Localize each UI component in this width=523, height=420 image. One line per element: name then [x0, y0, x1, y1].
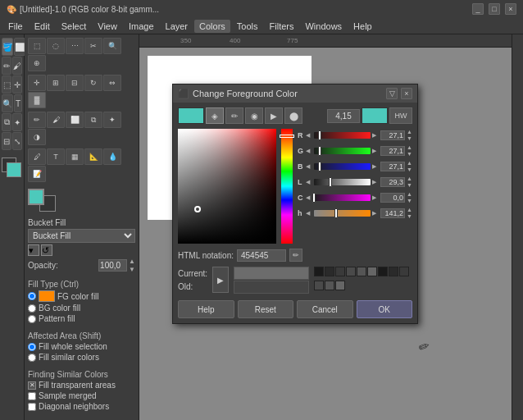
picker-play-icon[interactable]: ▶ — [265, 107, 283, 124]
ch-r-down[interactable]: ▼ — [407, 135, 412, 142]
toolbox-icon-eyedrop[interactable]: 💧 — [103, 148, 121, 165]
ch-r-slider[interactable] — [314, 132, 371, 139]
menu-file[interactable]: File — [3, 20, 28, 33]
ch-h-value[interactable] — [380, 208, 405, 218]
ch-l-arrow-left[interactable]: ◀ — [306, 179, 312, 185]
toolbox-icon-dodge[interactable]: ◑ — [28, 129, 46, 145]
reset-button[interactable]: Reset — [238, 300, 294, 318]
csq-8[interactable] — [389, 267, 398, 276]
help-button[interactable]: Help — [178, 300, 234, 318]
csq-9[interactable] — [399, 267, 409, 276]
ch-g-slider[interactable] — [314, 148, 371, 154]
ch-b-arrow-left[interactable]: ◀ — [306, 163, 312, 170]
ch-b-up[interactable]: ▲ — [407, 160, 412, 167]
menu-help[interactable]: Help — [348, 20, 377, 33]
menu-filters[interactable]: Filters — [265, 20, 299, 33]
ok-button[interactable]: OK — [357, 300, 413, 318]
ch-l-slider[interactable] — [314, 179, 371, 185]
menu-select[interactable]: Select — [57, 20, 92, 33]
ch-l-down[interactable]: ▼ — [407, 182, 412, 189]
toolbox-icon-bucket[interactable]: ▓ — [28, 92, 46, 108]
bucket-select[interactable]: Bucket Fill — [28, 229, 135, 243]
menu-tools[interactable]: Tools — [232, 20, 263, 33]
tool-transform[interactable]: ⤡ — [12, 132, 22, 150]
picker-dot-icon[interactable]: ⬤ — [284, 107, 302, 124]
toolbox-icon-brush[interactable]: 🖌 — [47, 112, 65, 128]
tool-move[interactable]: ✛ — [12, 75, 22, 94]
ch-g-down[interactable]: ▼ — [407, 151, 412, 158]
tool-heal[interactable]: ✦ — [12, 113, 22, 131]
tool-select[interactable]: ⬚ — [2, 75, 11, 94]
toolbox-icon-scissors[interactable]: ✂ — [84, 38, 102, 54]
ch-r-up[interactable]: ▲ — [407, 129, 412, 135]
ch-h-down[interactable]: ▼ — [407, 213, 412, 220]
menu-edit[interactable]: Edit — [30, 20, 55, 33]
ch-r-value[interactable] — [380, 130, 405, 140]
toolbox-icon-crop[interactable]: ⊟ — [66, 75, 84, 91]
ch-r-arrow-right[interactable]: ▶ — [372, 132, 379, 139]
fg-color-swatch[interactable] — [7, 162, 21, 177]
minimize-button[interactable]: _ — [472, 3, 484, 15]
fill-fg-radio[interactable] — [28, 292, 36, 300]
toolbox-icon-heal[interactable]: ✦ — [103, 112, 121, 128]
csq-1[interactable] — [314, 267, 324, 276]
tool-brush[interactable]: 🖌 — [12, 57, 22, 75]
csq-4[interactable] — [346, 267, 356, 276]
ch-b-value[interactable] — [380, 162, 405, 171]
csq-3[interactable] — [335, 267, 345, 276]
color-gradient[interactable] — [178, 129, 276, 244]
csq-10[interactable] — [314, 281, 324, 290]
bucket-option-btn2[interactable]: ↺ — [41, 244, 52, 256]
toolbox-icon-move[interactable]: ✛ — [28, 75, 46, 91]
ch-c-arrow-right[interactable]: ▶ — [372, 194, 379, 201]
menu-view[interactable]: View — [93, 20, 122, 33]
menu-image[interactable]: Image — [124, 20, 159, 33]
ch-l-arrow-right[interactable]: ▶ — [372, 179, 379, 185]
tool-bucket[interactable]: 🪣 — [2, 38, 13, 56]
diagonal-neighbors-check[interactable] — [28, 403, 36, 411]
dialog-minimize[interactable]: ▽ — [386, 88, 398, 99]
html-edit-button[interactable]: ✏ — [289, 249, 302, 262]
toolbox-icon-path[interactable]: 🖊 — [28, 148, 46, 165]
ch-g-arrow-left[interactable]: ◀ — [306, 148, 312, 154]
html-notation-input[interactable] — [237, 249, 286, 262]
toolbox-icon-measure[interactable]: 📐 — [84, 148, 102, 165]
toolbox-icon-gradient[interactable]: ▦ — [66, 148, 84, 165]
toolbox-icon-eraser[interactable]: ⬜ — [66, 112, 84, 128]
fg-color-box[interactable] — [28, 189, 44, 205]
toolbox-icon-text[interactable]: T — [47, 148, 65, 165]
sample-merged-check[interactable] — [28, 392, 36, 400]
toolbox-icon-fuzzy[interactable]: ⋯ — [66, 38, 84, 54]
csq-2[interactable] — [325, 267, 334, 276]
ch-b-arrow-right[interactable]: ▶ — [372, 163, 379, 170]
toolbox-icon-magnify[interactable]: 🔍 — [103, 38, 121, 54]
csq-6[interactable] — [367, 267, 377, 276]
tool-text[interactable]: T — [14, 94, 22, 112]
menu-layer[interactable]: Layer — [161, 20, 193, 33]
ch-g-value[interactable] — [380, 146, 405, 156]
dialog-close-btn[interactable]: × — [401, 88, 412, 99]
ch-l-up[interactable]: ▲ — [407, 176, 412, 182]
maximize-button[interactable]: □ — [489, 3, 500, 15]
ch-l-value[interactable] — [380, 177, 405, 187]
picker-pencil-icon[interactable]: ✏ — [225, 107, 243, 124]
teal-swatch-right[interactable] — [362, 107, 388, 124]
ch-c-value[interactable] — [380, 193, 405, 203]
hue-strip[interactable] — [281, 129, 293, 244]
toolbox-icon-rotate[interactable]: ↻ — [84, 75, 102, 91]
affected-whole-radio[interactable] — [28, 343, 36, 351]
ch-b-down[interactable]: ▼ — [407, 167, 412, 173]
ch-c-slider[interactable] — [314, 194, 371, 201]
ch-g-arrow-right[interactable]: ▶ — [372, 148, 379, 154]
toolbox-icon-pencil[interactable]: ✏ — [28, 112, 46, 128]
fill-pattern-radio[interactable] — [28, 315, 36, 323]
toolbox-icon-align[interactable]: ⊞ — [47, 75, 65, 91]
teal-swatch-left[interactable] — [178, 107, 204, 124]
opacity-up[interactable]: ▲ — [129, 258, 135, 265]
ch-c-arrow-left[interactable]: ◀ — [306, 194, 312, 201]
ch-h-up[interactable]: ▲ — [407, 207, 412, 213]
ch-h-arrow-left[interactable]: ◀ — [306, 210, 312, 217]
opacity-input[interactable] — [98, 259, 127, 272]
picker-triangle-icon[interactable]: ◈ — [206, 107, 224, 124]
close-button[interactable]: × — [505, 3, 516, 15]
